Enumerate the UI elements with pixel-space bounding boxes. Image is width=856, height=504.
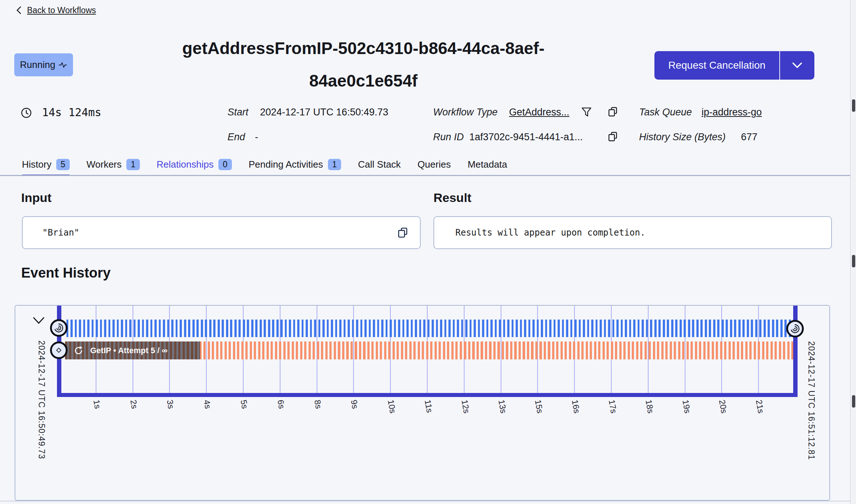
tab-count-badge: 0 [218,159,232,170]
workflow-title-line1: getAddressFromIP-502c4310-b864-44ca-8aef… [73,32,654,65]
axis-tick-label: 3s [165,399,176,410]
timeline-panel: GetIP • Attempt 5 / ∞ 2024-12-17 UTC 16:… [15,305,830,501]
axis-tick-label: 15s [533,399,545,414]
workflow-title-line2: 84ae0c1e654f [73,65,654,97]
copy-run-id-icon[interactable] [608,131,619,142]
tab-workers[interactable]: Workers 1 [87,156,140,172]
back-to-workflows-link[interactable]: Back to Workflows [27,5,96,15]
event-history-heading: Event History [21,265,111,281]
timeline-end-bar [793,306,798,397]
tab-label: Queries [417,159,451,170]
bottom-divider [0,501,856,501]
axis-tick-label: 1s [91,399,103,410]
axis-tick-label: 17s [607,399,619,414]
tab-history[interactable]: History 5 [22,156,70,172]
axis-tick-label: 16s [570,399,582,414]
scrollbar-thumb[interactable] [852,99,855,112]
copy-input-icon[interactable] [397,227,409,238]
axis-tick-label: 18s [643,399,656,414]
end-value: - [255,131,258,143]
input-box: "Brian" [22,216,421,249]
tab-label: Metadata [467,159,507,170]
back-chevron-icon [15,5,24,15]
axis-tick-label: 6s [275,399,287,410]
workflow-span-bar[interactable] [66,320,793,337]
scrollbar[interactable] [850,0,856,504]
tab-queries[interactable]: Queries [417,156,451,172]
run-id-label: Run ID [433,131,464,143]
workflow-title: getAddressFromIP-502c4310-b864-44ca-8aef… [73,32,654,97]
run-id-value: 1af3702c-9451-4441-a1... [469,131,583,143]
retry-icon [73,345,84,356]
tab-bar: History 5 Workers 1 Relationships 0 Pend… [22,156,507,172]
axis-tick-label: 19s [680,399,692,414]
collapse-chevron-icon[interactable] [33,317,45,325]
tab-label: Pending Activities [249,159,323,170]
tab-relationships[interactable]: Relationships 0 [157,156,232,172]
end-label: End [228,131,245,143]
timeline-end-timestamp: 2024-12-17 UTC 16:51:12.81 [806,341,816,460]
activity-start-marker[interactable] [50,341,68,359]
axis-tick-label: 4s [202,399,213,410]
workflow-type-label: Workflow Type [433,107,498,118]
history-size-label: History Size (Bytes) [639,131,726,143]
axis-tick-label: 20s [717,399,729,414]
start-label: Start [228,107,248,118]
tab-metadata[interactable]: Metadata [467,156,507,172]
axis-tick-label: 21s [754,399,766,414]
duration-value: 14s 124ms [42,106,102,119]
scrollbar-thumb[interactable] [852,255,855,267]
result-heading: Result [433,191,471,205]
input-heading: Input [21,191,51,205]
chevron-down-icon [792,62,802,68]
back-row: Back to Workflows [15,5,96,15]
axis-tick-label: 9s [349,399,360,410]
tab-count-badge: 1 [126,159,140,170]
input-value: "Brian" [42,228,79,238]
cancellation-dropdown-button[interactable] [780,51,814,80]
axis-tick-label: 10s [386,399,398,414]
request-cancellation-group: Request Cancellation [654,51,814,80]
activity-label: GetIP • Attempt 5 / ∞ [90,346,168,355]
tab-label: Relationships [157,159,214,170]
timeline-bottom-bar [57,393,798,397]
axis-tick-label: 12s [459,399,471,414]
axis-tick-label: 8s [312,399,324,410]
axis-tick-label: 11s [423,399,435,414]
tab-label: Call Stack [358,159,401,170]
workflow-end-marker[interactable] [786,320,804,337]
request-cancellation-button[interactable]: Request Cancellation [654,51,779,80]
clock-icon [21,107,32,118]
axis-tick-label: 5s [238,399,250,410]
pulse-icon [58,62,67,68]
tab-call-stack[interactable]: Call Stack [358,156,401,172]
scrollbar-thumb[interactable] [852,395,855,408]
tab-label: History [22,159,51,170]
copy-workflow-type-icon[interactable] [608,106,619,117]
axis-tick-label: 13s [496,399,508,414]
tab-count-badge: 5 [56,159,70,170]
workflow-type-link[interactable]: GetAddress... [509,107,569,118]
status-badge: Running [14,53,73,76]
status-label: Running [20,59,56,70]
task-queue-link[interactable]: ip-address-go [702,107,762,118]
activity-pill[interactable]: GetIP • Attempt 5 / ∞ [65,341,200,359]
filter-icon[interactable] [581,107,592,117]
tab-label: Workers [87,159,122,170]
workflow-start-marker[interactable] [50,319,68,337]
result-value: Results will appear upon completion. [455,228,645,238]
task-queue-label: Task Queue [639,107,692,118]
tab-count-badge: 1 [328,159,341,170]
start-value: 2024-12-17 UTC 16:50:49.73 [260,107,388,118]
timeline-start-timestamp: 2024-12-17 UTC 16:50:49.73 [37,340,46,459]
axis-tick-label: 2s [128,399,140,410]
tabs-divider [0,175,856,176]
tab-pending-activities[interactable]: Pending Activities 1 [249,156,341,172]
history-size-value: 677 [741,131,757,143]
result-box: Results will appear upon completion. [433,216,832,249]
